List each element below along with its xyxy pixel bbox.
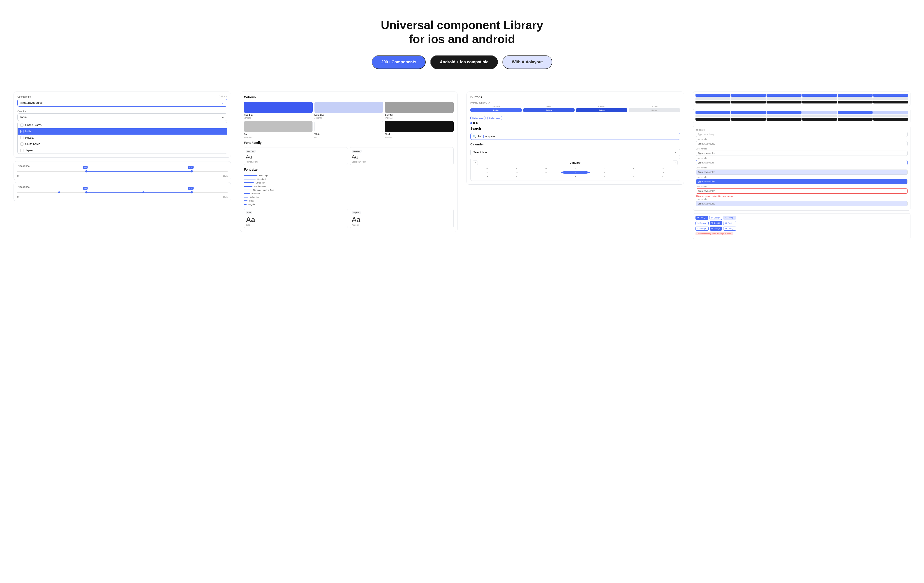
cal-day-31[interactable]: 31 [531,171,560,174]
font-size-bar-h2 [244,179,256,180]
tags-row-error: This user already exists. No Login misse… [695,232,908,236]
user-handle-field-label: User handle Optional [17,96,227,98]
form-input-7[interactable]: @gauravdoodles [696,201,908,206]
slider-thumb-1[interactable]: $4k [85,170,87,173]
cal-day-2[interactable]: 2 [590,171,619,174]
buttons-title: Buttons [470,96,680,99]
swatch-blue [244,102,313,113]
form-input-1[interactable]: @gauravdoodles [696,141,908,146]
checkbox-south-korea[interactable] [20,142,23,146]
btn-hover[interactable]: Button [523,108,574,112]
color-grid: Main Blue #4A70F7 Light Blue #C5CFF7 Gra… [244,102,454,138]
btn-standard[interactable]: Button [470,108,522,112]
font-size-h1: Heading1 [244,174,454,177]
tag-ui-design-1[interactable]: UI Design [695,216,708,220]
font-family-title: Font Family [244,141,454,145]
cal-day-5[interactable]: 5 [473,175,502,178]
mini-item [695,118,731,120]
form-input-6[interactable]: @gauravdoodles [696,188,908,194]
mini-item [838,115,873,117]
country-item-japan[interactable]: Japan [18,147,227,153]
form-input-5[interactable]: @gauravdoodles [696,179,908,184]
slider-thumb-dot4[interactable]: $10k [191,191,193,193]
font-size-h2: Heading2 [244,178,454,181]
checkbox-japan[interactable] [20,149,23,152]
font-size-standard: Standard Heading Text [244,188,454,192]
mini-item [767,115,802,117]
slider-thumb-2[interactable]: $10k [191,170,193,173]
country-item-us[interactable]: United States [18,122,227,128]
search-complete: complete [484,135,495,138]
cal-next-btn[interactable]: › [673,160,678,165]
country-russia-label: Russia [25,136,34,139]
tag-ui-design-9[interactable]: UI Design [723,227,736,231]
cal-day-3[interactable]: 3 [619,171,648,174]
search-input-wrapper[interactable]: 🔍 Auto|complete [470,133,680,140]
cal-day-8[interactable]: 8 [561,175,590,178]
icon-dots-row [470,122,680,124]
cal-day-4[interactable]: 4 [649,171,678,174]
cal-prev-btn[interactable]: ‹ [473,160,478,165]
checkbox-russia[interactable] [20,136,23,139]
mini-item [731,118,766,120]
badge-android-ios[interactable]: Android + Ios compatible [430,55,498,69]
checkbox-india[interactable] [20,130,23,133]
country-dropdown[interactable]: India ▲ [17,114,227,121]
btn-outlined-2[interactable]: Button Label [487,116,502,120]
cal-header: ‹ January › [473,160,678,165]
dot-3 [476,122,478,124]
form-input-placeholder[interactable]: Type something [696,132,908,137]
form-input-3[interactable]: @gauravdoodle | [696,160,908,165]
country-south-korea-label: South Korea [25,142,40,146]
slider-fill [86,171,192,171]
font-card-secondary: Standard Aa Secondary Font [350,147,454,165]
slider-thumb-dot1[interactable] [58,191,60,193]
price-slider-2[interactable]: $4k $10k [17,190,228,194]
btn-pressed[interactable]: Button [576,108,627,112]
cal-day-9[interactable]: 9 [590,175,619,178]
cal-day-11[interactable]: 11 [649,175,678,178]
country-item-south-korea[interactable]: South Korea [18,141,227,147]
price-min-2: $0 [17,196,20,198]
font-grid: Ibm Plex Aa Primary Font Standard Aa Sec… [244,147,454,165]
country-us-label: United States [25,124,41,127]
cal-grid: M T W T F S S 29 30 31 1 2 3 4 [473,167,678,178]
tag-ui-design-3[interactable]: UI Design [723,216,736,220]
calendar-select[interactable]: Select date ▲ [470,149,680,156]
cal-day-30[interactable]: 30 [502,171,531,174]
mini-item [802,94,837,97]
tag-ui-design-2[interactable]: UI Design [709,216,722,220]
hero-title-line2: for ios and android [409,33,515,46]
user-handle-label: User handle [17,96,31,98]
tag-ui-design-5[interactable]: UI Design [710,221,722,225]
btn-outlined-1[interactable]: Button Label [470,116,485,120]
country-item-russia[interactable]: Russia [18,135,227,141]
cal-day-7[interactable]: 7 [531,175,560,178]
country-item-india[interactable]: India [18,128,227,135]
buttons-subsection: Primary button/CTA [470,102,680,104]
tag-ui-design-8[interactable]: UI Design [710,227,722,231]
buttons-panel: Buttons Primary button/CTA Standard Butt… [467,92,684,184]
slider-thumb-dot2[interactable]: $4k [85,191,87,193]
badge-autolayout[interactable]: With Autolayout [502,55,552,69]
swatch-main-blue: Main Blue #4A70F7 [244,102,313,119]
cal-day-29[interactable]: 29 [473,171,502,174]
slider-thumb-dot3[interactable] [142,191,144,193]
cal-day-1[interactable]: 1 [561,171,590,174]
country-label: Country [17,110,227,112]
badge-components[interactable]: 200+ Components [372,55,426,69]
cal-day-10[interactable]: 10 [619,175,648,178]
large-font-regular: Regular Aa Regular [350,209,454,228]
price-slider-1[interactable]: $4k $10k [17,169,228,174]
form-input-4[interactable]: @gauravdoodles [696,170,908,175]
tag-ui-design-7[interactable]: UI Design [695,227,709,231]
tag-ui-design-6[interactable]: UI Design [723,221,736,225]
checkbox-us[interactable] [20,124,23,127]
user-handle-input[interactable]: @gauravdoodles ✓ [17,99,227,107]
cal-day-6[interactable]: 6 [502,175,531,178]
form-input-2[interactable]: @gauravdoodles [696,151,908,156]
country-india-label: India [25,130,31,133]
mini-item [838,101,873,104]
mini-item [802,118,837,120]
tag-ui-design-4[interactable]: UI Design [695,221,709,225]
